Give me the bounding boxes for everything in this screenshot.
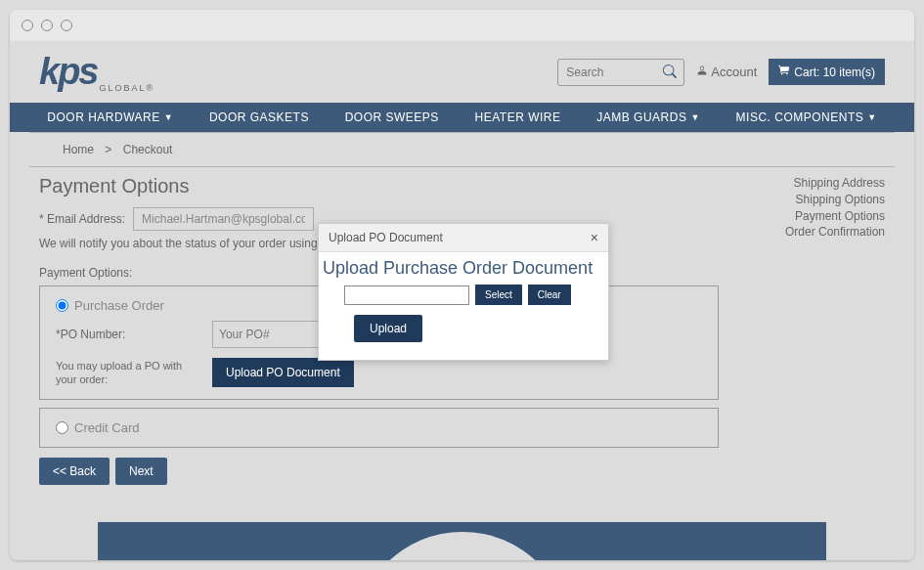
nav-jamb-guards[interactable]: JAMB GUARDS▼: [596, 110, 700, 124]
close-icon[interactable]: ×: [591, 230, 598, 245]
credit-card-radio[interactable]: [56, 421, 68, 434]
po-number-label: *PO Number:: [56, 328, 193, 341]
page-title: Payment Options: [39, 175, 719, 197]
user-icon: [696, 65, 708, 79]
cart-icon: [778, 65, 790, 79]
breadcrumb: Home > Checkout: [29, 132, 895, 167]
upload-po-modal: Upload PO Document × Upload Purchase Ord…: [318, 223, 609, 361]
account-link[interactable]: Account: [696, 65, 757, 79]
cart-label: Cart: 10 item(s): [794, 66, 875, 79]
upload-po-label: You may upload a PO with your order:: [56, 359, 193, 387]
nav-door-gaskets[interactable]: DOOR GASKETS: [209, 110, 309, 124]
modal-header-title: Upload PO Document: [329, 231, 443, 244]
email-field[interactable]: [133, 207, 314, 231]
back-button[interactable]: << Back: [39, 458, 110, 485]
browser-chrome-bar: [10, 10, 914, 41]
clear-file-button[interactable]: Clear: [528, 285, 571, 305]
nav-misc-components[interactable]: MISC. COMPONENTS▼: [736, 110, 877, 124]
chevron-down-icon: ▼: [164, 112, 173, 122]
upload-button[interactable]: Upload: [354, 315, 422, 342]
checkout-steps: Shipping Address Shipping Options Paymen…: [738, 175, 885, 485]
modal-title: Upload Purchase Order Document: [321, 258, 606, 279]
file-path-input[interactable]: [344, 285, 469, 305]
purchase-order-label: Purchase Order: [74, 298, 164, 313]
main-nav: DOOR HARDWARE▼ DOOR GASKETS DOOR SWEEPS …: [10, 103, 914, 132]
chevron-down-icon: ▼: [690, 112, 699, 122]
cart-button[interactable]: Cart: 10 item(s): [769, 59, 885, 85]
step-shipping-options[interactable]: Shipping Options: [738, 192, 885, 208]
account-label: Account: [711, 65, 757, 79]
nav-door-sweeps[interactable]: DOOR SWEEPS: [345, 110, 439, 124]
footer: About Us Privacy Policy: [98, 522, 826, 560]
next-button[interactable]: Next: [115, 458, 167, 485]
credit-card-radio-row[interactable]: Credit Card: [56, 420, 702, 435]
nav-door-hardware[interactable]: DOOR HARDWARE▼: [47, 110, 173, 124]
breadcrumb-sep: >: [105, 143, 111, 156]
breadcrumb-home[interactable]: Home: [63, 143, 94, 156]
logo[interactable]: kps GLOBAL®: [39, 51, 154, 93]
email-label: * Email Address:: [39, 212, 125, 226]
window-dot: [22, 20, 33, 31]
chevron-down-icon: ▼: [867, 112, 876, 122]
logo-text: kps: [39, 51, 97, 93]
upload-po-button[interactable]: Upload PO Document: [212, 358, 354, 387]
breadcrumb-current: Checkout: [123, 143, 173, 156]
window-dot: [41, 20, 53, 31]
purchase-order-radio[interactable]: [56, 299, 68, 312]
step-shipping-address[interactable]: Shipping Address: [738, 175, 885, 192]
logo-subtitle: GLOBAL®: [99, 83, 154, 93]
nav-heater-wire[interactable]: HEATER WIRE: [475, 110, 561, 124]
credit-card-label: Credit Card: [74, 420, 139, 435]
credit-card-option: Credit Card: [39, 408, 719, 448]
select-file-button[interactable]: Select: [475, 285, 522, 305]
step-payment-options[interactable]: Payment Options: [738, 208, 885, 225]
search-icon[interactable]: [663, 65, 677, 81]
step-order-confirmation[interactable]: Order Confirmation: [738, 224, 885, 241]
window-dot: [61, 20, 72, 31]
footer-decoration: [355, 532, 570, 560]
search-box: [557, 59, 684, 86]
